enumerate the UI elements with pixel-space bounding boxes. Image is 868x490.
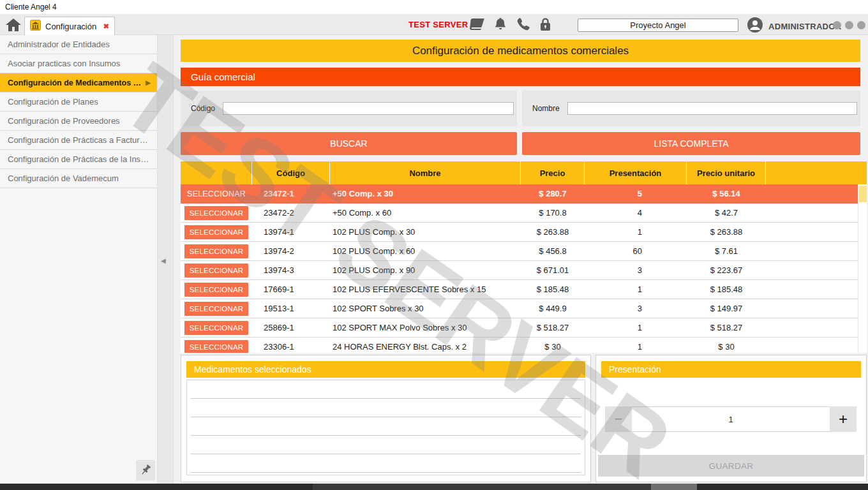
page-title: Configuración de medicamentos comerciale… (181, 40, 860, 62)
stepper-minus-button[interactable]: − (605, 406, 632, 432)
seleccionar-button[interactable]: SELECCIONAR (184, 264, 248, 278)
table-row[interactable]: SELECCIONAR 13974-3 102 PLUS Comp. x 90 … (181, 261, 858, 280)
sidebar-item-practicas-institucion[interactable]: Configuración de Prácticas de la Institu… (0, 150, 157, 169)
list-item (191, 454, 581, 473)
sidebar-item-label: Configuración de Prácticas a Facturar po… (8, 135, 151, 145)
lista-completa-button[interactable]: LISTA COMPLETA (522, 132, 860, 155)
table-row[interactable]: SELECCIONAR 23472-1 +50 Comp. x 30 $ 280… (181, 184, 858, 204)
sidebar-item-medicamentos-comerciales[interactable]: Configuración de Medicamentos Com... ▶ (0, 73, 157, 93)
cell-codigo: 13974-2 (252, 246, 330, 256)
home-icon[interactable] (5, 17, 22, 33)
cell-nombre: +50 Comp. x 30 (330, 189, 521, 198)
project-selector[interactable]: Proyecto Angel (578, 19, 738, 32)
table-row[interactable]: SELECCIONAR 19513-1 102 SPORT Sobres x 3… (181, 299, 858, 318)
seleccionar-button[interactable]: SELECCIONAR (184, 187, 248, 201)
sidebar-item-planes[interactable]: Configuración de Planes (0, 93, 157, 112)
bell-icon[interactable] (494, 17, 507, 31)
taskbar-segment (313, 484, 651, 490)
table-row[interactable]: SELECCIONAR 25869-1 102 SPORT MAX Polvo … (181, 318, 858, 338)
sidebar-item-proveedores[interactable]: Configuración de Proveedores (0, 112, 157, 131)
cell-nombre: 102 SPORT Sobres x 30 (330, 304, 521, 313)
table-scrollbar[interactable] (858, 184, 867, 353)
table-header-row: Código Nombre Precio Presentación Precio… (181, 161, 867, 184)
quantity-stepper: − + (605, 406, 857, 432)
table-row[interactable]: SELECCIONAR 13974-2 102 PLUS Comp. x 60 … (181, 242, 858, 261)
header-presentacion: Presentación (585, 161, 687, 184)
topbar-icons (469, 17, 551, 31)
cell-presentacion: 1 (585, 285, 687, 294)
codigo-label: Código (191, 104, 215, 113)
selected-medicamentos-list[interactable] (186, 380, 585, 475)
window-dot[interactable] (857, 21, 865, 29)
guardar-button[interactable]: GUARDAR (598, 455, 864, 477)
table-row[interactable]: SELECCIONAR 17669-1 102 PLUS EFERVESCENT… (181, 280, 858, 299)
seleccionar-button[interactable]: SELECCIONAR (184, 225, 248, 239)
stepper-value-input[interactable] (632, 406, 830, 432)
cell-presentacion: 60 (585, 246, 687, 256)
table-scrollbar-thumb[interactable] (859, 186, 867, 202)
window-dot[interactable] (845, 21, 853, 29)
cell-precio: $ 518.27 (521, 323, 585, 332)
list-item (191, 436, 581, 454)
cell-precio-unitario: $ 263.88 (687, 227, 766, 237)
presentacion-panel: Presentación − + GUARDAR (595, 355, 867, 482)
user-name: ADMINISTRADOR (768, 22, 841, 31)
sidebar-item-practicas-facturar[interactable]: Configuración de Prácticas a Facturar po… (0, 131, 157, 150)
user-box[interactable]: ADMINISTRADOR (747, 17, 841, 36)
sidebar-item-label: Configuración de Planes (8, 97, 151, 107)
sidebar-item-asociar-practicas[interactable]: Asociar practicas con Insumos (0, 54, 157, 73)
cell-presentacion: 3 (585, 304, 687, 313)
collapse-arrow-icon[interactable]: ◀ (161, 257, 166, 264)
cell-precio-unitario: $ 223.67 (687, 265, 766, 275)
table-row[interactable]: SELECCIONAR 23306-1 24 HORAS ENERGY Blst… (181, 338, 858, 353)
seleccionar-button[interactable]: SELECCIONAR (184, 321, 248, 335)
table-row[interactable]: SELECCIONAR 13974-1 102 PLUS Comp. x 30 … (181, 223, 858, 242)
tab-close-icon[interactable]: ✖ (103, 22, 109, 31)
sidebar-item-label: Configuración de Vademecum (8, 174, 151, 183)
avatar-icon (747, 17, 763, 36)
sidebar-item-label: Configuración de Medicamentos Com... (8, 78, 142, 87)
cell-precio-unitario: $ 7.61 (687, 246, 766, 256)
lock-icon[interactable] (540, 17, 551, 31)
cell-codigo: 25869-1 (252, 323, 330, 332)
window-dots (833, 21, 865, 29)
pin-button[interactable] (136, 460, 155, 480)
buscar-button[interactable]: BUSCAR (181, 132, 517, 155)
cell-codigo: 19513-1 (252, 304, 330, 313)
cell-precio: $ 449.9 (521, 304, 585, 313)
cell-codigo: 23306-1 (252, 342, 330, 352)
seleccionar-button[interactable]: SELECCIONAR (184, 244, 248, 258)
phone-icon[interactable] (516, 17, 530, 31)
seleccionar-button[interactable]: SELECCIONAR (184, 302, 248, 316)
action-buttons-row: BUSCAR LISTA COMPLETA (181, 132, 860, 155)
cell-presentacion: 1 (585, 323, 687, 332)
book-icon[interactable] (469, 17, 484, 31)
sidebar-item-administrador-entidades[interactable]: Administrador de Entidades (0, 35, 157, 54)
sidebar-item-vademecum[interactable]: Configuración de Vademecum (0, 169, 157, 188)
taskbar-segment (651, 484, 697, 490)
seleccionar-button[interactable]: SELECCIONAR (184, 340, 248, 353)
cell-precio-unitario: $ 30 (687, 342, 766, 352)
header-precio-unitario: Precio unitario (687, 161, 766, 184)
sidebar-collapse-strip[interactable]: ◀ (157, 35, 174, 484)
header-codigo: Código (252, 161, 330, 184)
sidebar-item-label: Configuración de Prácticas de la Institu… (8, 154, 151, 164)
selected-arrow-icon: ▶ (146, 79, 151, 86)
nombre-input[interactable] (567, 102, 857, 115)
table-row[interactable]: SELECCIONAR 23472-2 +50 Comp. x 60 $ 170… (181, 204, 858, 223)
seleccionar-button[interactable]: SELECCIONAR (184, 206, 248, 220)
tab-configuracion[interactable]: Configuración ✖ (24, 17, 115, 35)
cell-nombre: 102 SPORT MAX Polvo Sobres x 30 (330, 323, 521, 332)
codigo-filter-box: Código (181, 91, 517, 126)
section-title: Guía comercial (181, 68, 860, 86)
cell-codigo: 13974-3 (252, 265, 330, 275)
cell-precio: $ 185.48 (521, 285, 585, 294)
stepper-plus-button[interactable]: + (830, 406, 857, 432)
header-blank (766, 161, 858, 184)
cell-precio: $ 263.88 (521, 227, 585, 237)
tab-bar: Configuración ✖ TEST SERVER Proyecto Ang… (0, 14, 868, 35)
window-dot[interactable] (833, 21, 841, 29)
seleccionar-button[interactable]: SELECCIONAR (184, 283, 248, 297)
table-body: SELECCIONAR 23472-1 +50 Comp. x 30 $ 280… (181, 184, 867, 353)
codigo-input[interactable] (223, 102, 514, 115)
